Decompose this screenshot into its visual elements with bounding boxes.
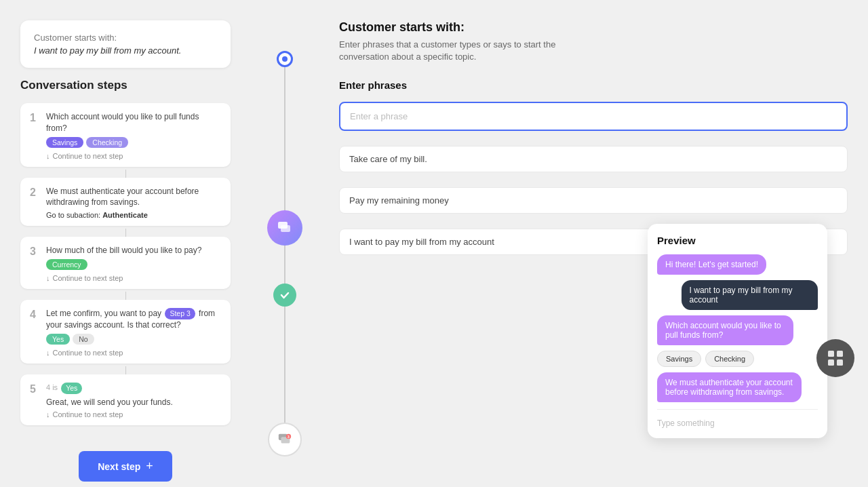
- step-number-4: 4: [30, 309, 39, 321]
- step-card-3: 3 How much of the bill would you like to…: [20, 237, 231, 289]
- connector-1-2: [125, 170, 126, 178]
- check-node: [273, 284, 296, 307]
- arrow-down-icon-4: ↓: [46, 349, 50, 357]
- tag-currency: Currency: [46, 259, 87, 270]
- step-action-3: ↓ Continue to next step: [46, 274, 221, 282]
- chat-bubble-user-1: I want to pay my bill from my account: [682, 280, 818, 310]
- step-card-1: 1 Which account would you like to pull f…: [20, 103, 231, 167]
- step-action-1: ↓ Continue to next step: [46, 152, 221, 160]
- phrases-label: Enter phrases: [339, 79, 848, 91]
- arrow-down-icon-1: ↓: [46, 152, 50, 160]
- svg-rect-8: [828, 359, 834, 366]
- customer-starts-card: Customer starts with: I want to pay my b…: [20, 20, 231, 68]
- step-condition-5: 4 is Yes: [46, 383, 221, 394]
- step-number-3: 3: [30, 246, 39, 258]
- next-step-label: Next step: [98, 461, 140, 472]
- arrow-down-icon-3: ↓: [46, 274, 50, 282]
- option-checking[interactable]: Checking: [705, 351, 754, 367]
- chat-bubble-bot-3: We must authenticate your account before…: [657, 372, 802, 402]
- top-node: [277, 51, 293, 67]
- step-content-4: Let me confirm, you want to pay Step 3 f…: [46, 308, 221, 357]
- step-text-4: Let me confirm, you want to pay Step 3 f…: [46, 308, 221, 331]
- check-icon: [279, 290, 290, 300]
- step-content-2: We must authenticate your account before…: [46, 186, 221, 220]
- conversation-steps-label: Conversation steps: [20, 79, 231, 92]
- step-number-1: 1: [30, 112, 39, 124]
- tag-yes: Yes: [46, 334, 70, 345]
- svg-rect-1: [281, 225, 290, 232]
- arrow-down-icon-5: ↓: [46, 410, 50, 418]
- step-text-5: Great, we will send you your funds.: [46, 397, 221, 408]
- step-text-1: Which account would you like to pull fun…: [46, 111, 221, 134]
- right-icon-node[interactable]: [816, 339, 854, 377]
- phrase-item-1: Take care of my bill.: [339, 146, 848, 172]
- step-action-4: ↓ Continue to next step: [46, 349, 221, 357]
- right-desc: Enter phrases that a customer types or s…: [339, 39, 556, 63]
- tag-step3: Step 3: [165, 308, 195, 319]
- continue-label-1: Continue to next step: [53, 152, 123, 160]
- step-content-3: How much of the bill would you like to p…: [46, 245, 221, 282]
- svg-rect-9: [837, 359, 843, 366]
- step-tags-1: Savings Checking: [46, 137, 221, 148]
- connector-3-4: [125, 292, 126, 300]
- connector-4-5: [125, 366, 126, 374]
- chat-input-placeholder: Type something: [657, 418, 715, 428]
- phrase-input[interactable]: [339, 102, 848, 131]
- step-text-2: We must authenticate your account before…: [46, 186, 221, 209]
- chat-node-purple: [267, 210, 302, 246]
- middle-connector-area: 3: [244, 14, 326, 475]
- preview-title: Preview: [657, 235, 818, 246]
- step-text-3: How much of the bill would you like to p…: [46, 245, 221, 256]
- step-action-2: Go to subaction: Authenticate: [46, 211, 221, 219]
- chat-icon-purple: [277, 220, 293, 236]
- customer-starts-title: Customer starts with:: [34, 33, 217, 43]
- step-card-2: 2 We must authenticate your account befo…: [20, 178, 231, 227]
- tag-no: No: [73, 334, 94, 345]
- step-card-5: 5 4 is Yes Great, we will send you your …: [20, 374, 231, 425]
- step-tags-3: Currency: [46, 259, 221, 270]
- right-panel: Customer starts with: Enter phrases that…: [339, 14, 848, 255]
- right-top: Customer starts with: Enter phrases that…: [339, 20, 848, 63]
- chat-bubble-bot-2: Which account would you like to pull fun…: [657, 315, 793, 345]
- chat-bubble-bot-1: Hi there! Let's get started!: [657, 254, 766, 275]
- chat-icon-white: 3: [277, 432, 292, 447]
- chat-node-white: 3: [268, 423, 302, 456]
- phrase-item-2: Pay my remaining money: [339, 187, 848, 214]
- svg-rect-6: [828, 351, 834, 357]
- continue-label-4: Continue to next step: [53, 349, 123, 357]
- step-number-5: 5: [30, 383, 39, 395]
- step-card-4: 4 Let me confirm, you want to pay Step 3…: [20, 300, 231, 364]
- tag-savings: Savings: [46, 137, 83, 148]
- step-number-2: 2: [30, 187, 39, 199]
- steps-list: 1 Which account would you like to pull f…: [20, 103, 231, 428]
- tag-checking: Checking: [86, 137, 128, 148]
- continue-label-3: Continue to next step: [53, 274, 123, 282]
- next-step-button[interactable]: Next step +: [79, 451, 172, 482]
- chat-bubbles: Hi there! Let's get started! I want to p…: [657, 254, 818, 402]
- top-node-inner: [282, 56, 288, 62]
- svg-rect-7: [837, 351, 843, 357]
- connector-2-3: [125, 229, 126, 237]
- condition-yes-tag: Yes: [61, 383, 82, 394]
- customer-starts-phrase: I want to pay my bill from my account.: [34, 45, 217, 56]
- chat-input-area: Type something: [657, 409, 818, 429]
- svg-text:3: 3: [288, 435, 290, 439]
- step-tags-4: Yes No: [46, 334, 221, 345]
- bubble-options: Savings Checking: [657, 351, 754, 367]
- step-content-1: Which account would you like to pull fun…: [46, 111, 221, 160]
- step-content-5: 4 is Yes Great, we will send you your fu…: [46, 383, 221, 418]
- step-action-5: ↓ Continue to next step: [46, 410, 221, 418]
- right-title: Customer starts with:: [339, 20, 848, 35]
- next-step-icon: +: [146, 459, 153, 473]
- option-savings[interactable]: Savings: [657, 351, 701, 367]
- grid-icon: [827, 349, 844, 367]
- preview-panel: Preview Hi there! Let's get started! I w…: [648, 224, 827, 438]
- continue-label-5: Continue to next step: [53, 410, 123, 418]
- vertical-line: [284, 61, 285, 434]
- left-panel: Customer starts with: I want to pay my b…: [20, 20, 231, 482]
